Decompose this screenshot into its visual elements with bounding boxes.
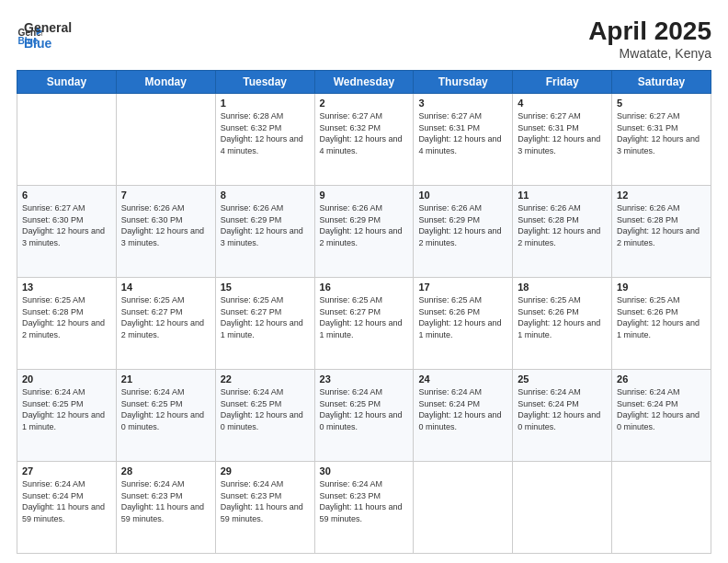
- calendar-cell: 23Sunrise: 6:24 AMSunset: 6:25 PMDayligh…: [314, 370, 414, 462]
- day-info: Sunrise: 6:26 AMSunset: 6:29 PMDaylight:…: [418, 202, 507, 248]
- calendar-cell: [513, 462, 612, 554]
- day-number: 24: [418, 373, 507, 385]
- col-header-thursday: Thursday: [414, 71, 513, 94]
- day-info: Sunrise: 6:26 AMSunset: 6:29 PMDaylight:…: [320, 202, 409, 248]
- day-number: 14: [121, 282, 210, 293]
- day-info: Sunrise: 6:26 AMSunset: 6:29 PMDaylight:…: [221, 202, 310, 248]
- calendar-cell: [612, 462, 711, 554]
- title-block: April 2025 Mwatate, Kenya: [588, 17, 711, 61]
- calendar-cell: 17Sunrise: 6:25 AMSunset: 6:26 PMDayligh…: [414, 278, 513, 370]
- day-number: 28: [121, 465, 210, 477]
- day-number: 17: [418, 282, 507, 293]
- day-info: Sunrise: 6:27 AMSunset: 6:30 PMDaylight:…: [22, 202, 111, 248]
- day-info: Sunrise: 6:26 AMSunset: 6:28 PMDaylight:…: [617, 202, 706, 248]
- day-info: Sunrise: 6:24 AMSunset: 6:24 PMDaylight:…: [418, 386, 507, 432]
- logo-text-blue: Blue: [24, 36, 72, 52]
- calendar-cell: 15Sunrise: 6:25 AMSunset: 6:27 PMDayligh…: [215, 278, 314, 370]
- location: Mwatate, Kenya: [588, 46, 711, 61]
- day-number: 23: [320, 373, 409, 385]
- calendar-cell: 16Sunrise: 6:25 AMSunset: 6:27 PMDayligh…: [314, 278, 414, 370]
- calendar-cell: 6Sunrise: 6:27 AMSunset: 6:30 PMDaylight…: [17, 186, 117, 278]
- day-info: Sunrise: 6:25 AMSunset: 6:26 PMDaylight:…: [518, 294, 607, 340]
- day-info: Sunrise: 6:25 AMSunset: 6:26 PMDaylight:…: [617, 294, 706, 340]
- day-number: 8: [221, 190, 310, 201]
- col-header-saturday: Saturday: [612, 71, 711, 94]
- day-number: 29: [221, 465, 310, 477]
- calendar-cell: 20Sunrise: 6:24 AMSunset: 6:25 PMDayligh…: [17, 370, 117, 462]
- calendar-cell: 13Sunrise: 6:25 AMSunset: 6:28 PMDayligh…: [17, 278, 117, 370]
- calendar-cell: 3Sunrise: 6:27 AMSunset: 6:31 PMDaylight…: [414, 94, 513, 186]
- day-number: 27: [22, 465, 111, 477]
- day-info: Sunrise: 6:24 AMSunset: 6:23 PMDaylight:…: [221, 478, 310, 524]
- calendar-cell: 21Sunrise: 6:24 AMSunset: 6:25 PMDayligh…: [116, 370, 215, 462]
- day-number: 18: [518, 282, 607, 293]
- calendar-cell: 14Sunrise: 6:25 AMSunset: 6:27 PMDayligh…: [116, 278, 215, 370]
- day-info: Sunrise: 6:27 AMSunset: 6:31 PMDaylight:…: [418, 110, 507, 156]
- logo: General Blue General Blue: [17, 17, 72, 52]
- day-info: Sunrise: 6:24 AMSunset: 6:25 PMDaylight:…: [221, 386, 310, 432]
- day-info: Sunrise: 6:25 AMSunset: 6:27 PMDaylight:…: [320, 294, 409, 340]
- day-info: Sunrise: 6:24 AMSunset: 6:23 PMDaylight:…: [320, 478, 409, 524]
- day-number: 2: [320, 98, 409, 109]
- day-number: 5: [617, 98, 706, 109]
- calendar-cell: 22Sunrise: 6:24 AMSunset: 6:25 PMDayligh…: [215, 370, 314, 462]
- day-number: 20: [22, 373, 111, 385]
- calendar-cell: 19Sunrise: 6:25 AMSunset: 6:26 PMDayligh…: [612, 278, 711, 370]
- calendar-cell: 30Sunrise: 6:24 AMSunset: 6:23 PMDayligh…: [314, 462, 414, 554]
- day-info: Sunrise: 6:24 AMSunset: 6:25 PMDaylight:…: [121, 386, 210, 432]
- day-number: 4: [518, 98, 607, 109]
- col-header-sunday: Sunday: [17, 71, 117, 94]
- col-header-wednesday: Wednesday: [314, 71, 414, 94]
- day-number: 25: [518, 373, 607, 385]
- calendar-cell: 2Sunrise: 6:27 AMSunset: 6:32 PMDaylight…: [314, 94, 414, 186]
- calendar-cell: 26Sunrise: 6:24 AMSunset: 6:24 PMDayligh…: [612, 370, 711, 462]
- calendar-cell: 4Sunrise: 6:27 AMSunset: 6:31 PMDaylight…: [513, 94, 612, 186]
- calendar-cell: [414, 462, 513, 554]
- week-row-4: 20Sunrise: 6:24 AMSunset: 6:25 PMDayligh…: [17, 370, 711, 462]
- day-info: Sunrise: 6:27 AMSunset: 6:31 PMDaylight:…: [617, 110, 706, 156]
- calendar-cell: 24Sunrise: 6:24 AMSunset: 6:24 PMDayligh…: [414, 370, 513, 462]
- day-number: 10: [418, 190, 507, 201]
- day-number: 12: [617, 190, 706, 201]
- calendar-cell: 11Sunrise: 6:26 AMSunset: 6:28 PMDayligh…: [513, 186, 612, 278]
- calendar-cell: 1Sunrise: 6:28 AMSunset: 6:32 PMDaylight…: [215, 94, 314, 186]
- calendar-cell: 8Sunrise: 6:26 AMSunset: 6:29 PMDaylight…: [215, 186, 314, 278]
- day-info: Sunrise: 6:25 AMSunset: 6:27 PMDaylight:…: [121, 294, 210, 340]
- col-header-friday: Friday: [513, 71, 612, 94]
- day-info: Sunrise: 6:26 AMSunset: 6:28 PMDaylight:…: [518, 202, 607, 248]
- month-year: April 2025: [588, 17, 711, 46]
- day-info: Sunrise: 6:27 AMSunset: 6:32 PMDaylight:…: [320, 110, 409, 156]
- logo-text-general: General: [24, 20, 72, 36]
- day-number: 1: [221, 98, 310, 109]
- day-number: 15: [221, 282, 310, 293]
- calendar-cell: 28Sunrise: 6:24 AMSunset: 6:23 PMDayligh…: [116, 462, 215, 554]
- day-info: Sunrise: 6:24 AMSunset: 6:23 PMDaylight:…: [121, 478, 210, 524]
- calendar-cell: 7Sunrise: 6:26 AMSunset: 6:30 PMDaylight…: [116, 186, 215, 278]
- day-info: Sunrise: 6:24 AMSunset: 6:24 PMDaylight:…: [617, 386, 706, 432]
- day-number: 13: [22, 282, 111, 293]
- day-number: 26: [617, 373, 706, 385]
- day-number: 21: [121, 373, 210, 385]
- day-info: Sunrise: 6:24 AMSunset: 6:25 PMDaylight:…: [22, 386, 111, 432]
- week-row-2: 6Sunrise: 6:27 AMSunset: 6:30 PMDaylight…: [17, 186, 711, 278]
- calendar-header-row: SundayMondayTuesdayWednesdayThursdayFrid…: [17, 71, 711, 94]
- day-number: 16: [320, 282, 409, 293]
- day-number: 9: [320, 190, 409, 201]
- day-info: Sunrise: 6:26 AMSunset: 6:30 PMDaylight:…: [121, 202, 210, 248]
- header: General Blue General Blue April 2025 Mwa…: [17, 17, 711, 61]
- day-number: 19: [617, 282, 706, 293]
- day-number: 7: [121, 190, 210, 201]
- day-number: 30: [320, 465, 409, 477]
- calendar-table: SundayMondayTuesdayWednesdayThursdayFrid…: [17, 70, 711, 554]
- col-header-monday: Monday: [116, 71, 215, 94]
- col-header-tuesday: Tuesday: [215, 71, 314, 94]
- week-row-3: 13Sunrise: 6:25 AMSunset: 6:28 PMDayligh…: [17, 278, 711, 370]
- calendar-cell: 9Sunrise: 6:26 AMSunset: 6:29 PMDaylight…: [314, 186, 414, 278]
- day-number: 3: [418, 98, 507, 109]
- calendar-cell: [116, 94, 215, 186]
- week-row-1: 1Sunrise: 6:28 AMSunset: 6:32 PMDaylight…: [17, 94, 711, 186]
- week-row-5: 27Sunrise: 6:24 AMSunset: 6:24 PMDayligh…: [17, 462, 711, 554]
- day-info: Sunrise: 6:24 AMSunset: 6:24 PMDaylight:…: [22, 478, 111, 524]
- day-number: 22: [221, 373, 310, 385]
- calendar-cell: 27Sunrise: 6:24 AMSunset: 6:24 PMDayligh…: [17, 462, 117, 554]
